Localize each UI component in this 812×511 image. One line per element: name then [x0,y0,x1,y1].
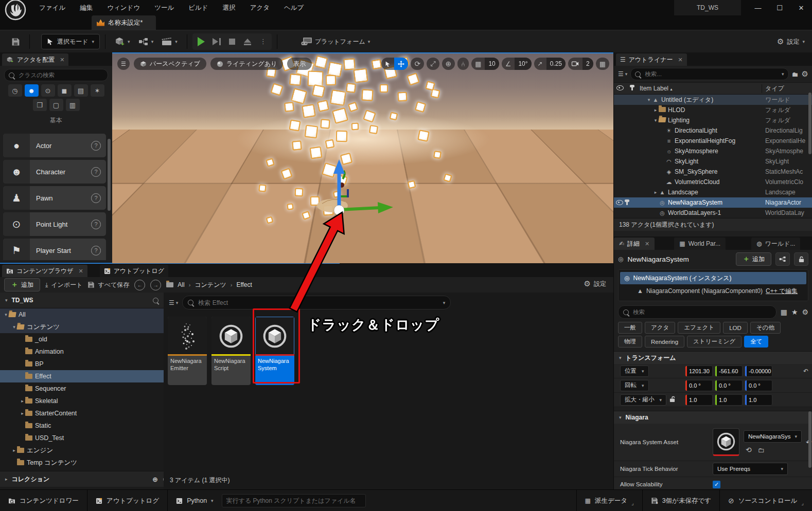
content-browser-tab[interactable]: コンテンツブラウザ ✕ [2,265,87,277]
use-selected-asset-icon[interactable]: ⟲ [746,446,752,454]
grid-snap-toggle[interactable]: ▦ [471,58,485,70]
blueprint-convert-button[interactable] [775,252,790,266]
content-tree-row[interactable]: ▸ エンジン [0,444,164,457]
move-tool[interactable] [394,58,408,70]
camera-speed-value[interactable]: 2 [582,58,593,70]
reset-transform-icon[interactable]: ↶ [799,368,812,375]
outliner-row[interactable]: ▾ Lighting フォルダ [614,115,812,125]
details-search[interactable] [618,305,776,319]
favorites-icon[interactable]: ★ [791,308,798,316]
actor-category-button[interactable]: ❒ [33,99,47,111]
breadcrumb-all[interactable]: All [178,281,184,288]
scale-lock-icon[interactable] [669,396,675,404]
browse-to-asset-icon[interactable]: 🗀 [758,446,765,454]
editor-settings-button[interactable]: ⚙ 設定▾ [777,30,805,53]
grid-snap-value[interactable]: 10 [485,58,499,70]
rotate-tool[interactable]: ⟳ [411,58,424,70]
expand-caret[interactable]: ▸ [20,411,25,416]
details-filter-chip[interactable]: 物理 [618,336,642,348]
niagara-component-row[interactable]: ▲ NiagaraComponent (NiagaraComponent0) C… [619,285,808,297]
transform-value-input[interactable]: -0.00000 [745,366,772,377]
outliner-search-input[interactable] [644,70,779,78]
outliner-row[interactable]: ☼ SkyAtmosphere SkyAtmosphe [614,146,812,156]
rotation-snap-value[interactable]: 10° [515,58,531,70]
world-settings-tab[interactable]: ◍ ワールド... [751,238,800,250]
content-tree-row[interactable]: Static [0,419,164,432]
back-icon[interactable]: ← [134,280,145,290]
transform-value-input[interactable]: 1201.30 [685,366,713,377]
close-icon[interactable]: ✕ [678,57,682,63]
niagara-section-header[interactable]: ▾Niagara [614,411,812,424]
outliner-row[interactable]: ▾ ▲ Untitled (エディタ) ワールド [614,95,812,105]
actor-category-button[interactable]: ◷ [8,84,22,97]
asset-tile[interactable]: NewNiagara Script [211,317,251,385]
outliner-settings-icon[interactable]: ⚙ [802,69,808,79]
transform-value-input[interactable]: 1.0 [685,394,713,406]
menu-item[interactable]: ウィンドウ [100,4,147,12]
place-actor-item[interactable]: ⚑ Player Start ? [3,239,106,260]
details-filter-chip[interactable]: LOD [723,322,748,334]
output-log-button[interactable]: アウトプットログ [87,490,168,511]
asset-search-input[interactable] [197,299,439,307]
transform-space-select[interactable]: 拡大・縮小▾ [620,394,666,406]
add-collection-icon[interactable]: ⊕ [152,476,158,483]
perspective-select[interactable]: パースペクティブ [134,58,206,70]
expand-caret[interactable]: ▸ [20,398,25,404]
outliner-row[interactable]: ▸ HLOD フォルダ [614,105,812,115]
actor-category-button[interactable]: ▥ [66,99,80,111]
menu-item[interactable]: ビルド [181,4,215,12]
world-coordinate-toggle[interactable]: ⊕ [442,58,455,70]
blueprints-button[interactable]: ▾ [134,34,158,49]
transform-value-input[interactable]: 0.0 ° [715,380,743,391]
help-icon[interactable]: ? [91,246,101,256]
help-icon[interactable]: ? [91,193,101,203]
source-control-button[interactable]: ⊘ ソースコントロール⌟ [719,490,812,511]
cinematics-button[interactable]: ▾ [157,34,182,49]
help-icon[interactable]: ? [91,141,101,151]
unlock-icon[interactable] [794,252,808,266]
filter-icon[interactable]: ☰▾ [169,299,178,306]
save-all-button[interactable]: すべて保存 [87,281,129,289]
outliner-row[interactable]: ☁ VolumetricCloud VolumetricClo [614,177,812,187]
tick-behavior-select[interactable]: Use Prereqs▾ [713,463,788,475]
maximize-viewport-toggle[interactable]: ▦ [596,58,609,70]
unsaved-changes-button[interactable]: ✶ 3個が未保存です [642,490,719,511]
type-column[interactable]: タイプ [762,84,812,93]
scrollbar[interactable] [808,93,811,154]
outliner-row[interactable]: ▸ ▲ Landscape Landscape [614,187,812,197]
transform-value-input[interactable]: 1.0 [745,394,772,406]
visibility-column-icon[interactable] [614,85,626,92]
help-icon[interactable]: ? [91,220,101,229]
project-root-label[interactable]: TD_WS [12,297,33,304]
expand-caret[interactable]: ▾ [11,324,17,330]
display-options-icon[interactable]: ▦ [781,308,787,316]
place-actor-item[interactable]: ⊙ Point Light ? [3,212,106,236]
camera-speed-icon[interactable] [568,58,582,70]
play-button[interactable] [193,34,209,49]
expand-caret[interactable]: ▸ [653,107,658,113]
platforms-button[interactable]: プラットフォーム▾ [297,34,375,49]
niagara-asset-select[interactable]: NewNiagaraSys▾ [744,430,802,443]
import-button[interactable]: ⤓ インポート [45,281,82,289]
outliner-row[interactable]: ◎ NewNiagaraSystem NiagaraActor [614,197,812,208]
derived-data-button[interactable]: ▦ 派生データ⌟ [576,490,642,511]
niagara-asset-thumbnail[interactable] [713,428,739,456]
pin-column-icon[interactable] [626,85,638,92]
python-command-button[interactable]: Python▾ [168,490,221,511]
content-tree-row[interactable]: Effect [0,370,164,382]
content-tree-row[interactable]: ▾ コンテンツ [0,321,164,333]
place-actor-item[interactable]: ☻ Character ? [3,160,106,184]
asset-tile[interactable]: NewNiagara Emitter [168,317,207,385]
eject-button[interactable] [240,34,255,49]
save-button[interactable] [7,34,24,49]
details-settings-icon[interactable]: ⚙ [802,308,808,316]
expand-caret[interactable]: ▾ [3,312,9,317]
content-tree-row[interactable]: ▸ StarterContent [0,407,164,419]
transform-value-input[interactable]: 0.0 ° [685,380,713,391]
actor-category-button[interactable]: ▤ [74,84,88,97]
edit-in-cpp-link[interactable]: C++ で編集 [766,287,798,296]
content-tree-row[interactable]: Temp コンテンツ [0,457,164,469]
place-actor-item[interactable]: ● Actor ? [3,134,106,157]
details-filter-chip[interactable]: エフェクト [678,322,720,334]
scale-snap-value[interactable]: 0.25 [546,58,566,70]
